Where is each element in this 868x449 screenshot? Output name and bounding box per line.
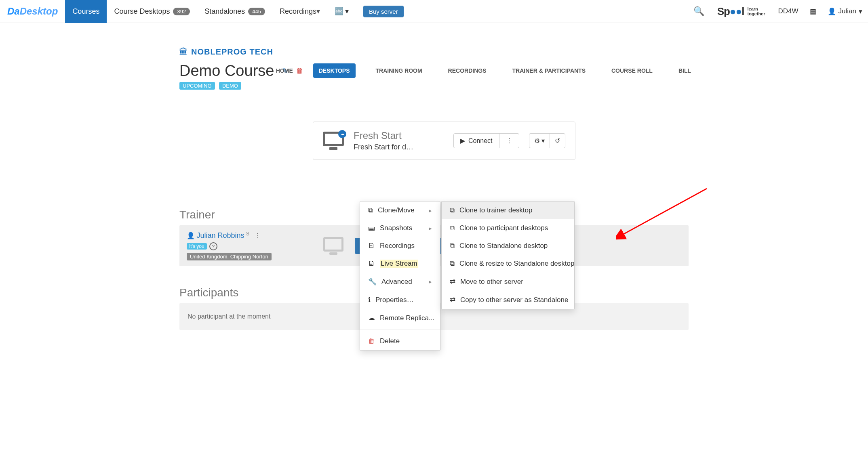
badge-course-desktops: 392 xyxy=(173,8,190,15)
tab-recordings[interactable]: RECORDINGS xyxy=(442,63,492,78)
menu-snapshots[interactable]: 🖴Snapshots▸ xyxy=(360,219,440,237)
trainer-more-button[interactable]: ⋮ xyxy=(255,232,261,239)
submenu-clone-resize[interactable]: ⧉Clone & resize to Standalone desktop xyxy=(442,255,574,273)
fresh-start-card: ☁ Fresh Start Fresh Start for d… ▶Connec… xyxy=(313,122,575,160)
nav-course-desktops[interactable]: Course Desktops392 xyxy=(107,0,197,23)
tab-trainer-participants[interactable]: TRAINER & PARTICIPANTS xyxy=(507,63,591,78)
tab-course-roll[interactable]: COURSE ROLL xyxy=(606,63,658,78)
submenu-clone-participant[interactable]: ⧉Clone to participant desktops xyxy=(442,219,574,237)
menu-clone-move[interactable]: ⧉Clone/Move▸ xyxy=(360,201,440,219)
wrench-icon: 🔧 xyxy=(368,277,377,286)
copy-icon: ⧉ xyxy=(368,206,373,214)
connect-button[interactable]: ▶Connect xyxy=(454,134,499,148)
trainer-location: United Kingdom, Chipping Norton xyxy=(187,253,272,260)
tab-bill[interactable]: BILL xyxy=(673,63,697,78)
gear-menu: ⧉Clone/Move▸ 🖴Snapshots▸ 🗎Recordings 🗎Li… xyxy=(360,201,440,350)
desktop-icon: ☁ xyxy=(323,132,344,150)
copy-icon: ⧉ xyxy=(450,260,455,268)
tab-desktops[interactable]: DESKTOPS xyxy=(313,63,356,78)
submenu-move-server[interactable]: ⇄Move to other server xyxy=(442,273,574,291)
menu-live-stream[interactable]: 🗎Live Stream xyxy=(360,255,440,273)
person-icon: 👤 xyxy=(187,232,195,239)
play-icon: ▶ xyxy=(460,137,465,145)
copy-icon: ⧉ xyxy=(450,206,455,214)
language-icon: 🔤 xyxy=(335,7,343,16)
connect-button-group: ▶Connect ⋮ xyxy=(453,133,519,148)
submenu-clone-standalone[interactable]: ⧉Clone to Standalone desktop xyxy=(442,237,574,255)
spool-logo[interactable]: Sp●●l learntogether xyxy=(710,5,773,18)
gear-button[interactable]: ⚙ ▾ xyxy=(529,134,550,148)
nav-language[interactable]: 🔤▾ xyxy=(327,0,356,23)
drive-icon: 🖴 xyxy=(368,224,375,232)
course-tabs: HOME DESKTOPS TRAINING ROOM RECORDINGS T… xyxy=(270,63,697,78)
tag-demo: DEMO xyxy=(219,82,241,90)
copy-icon: ⧉ xyxy=(450,242,455,250)
connect-more-button[interactable]: ⋮ xyxy=(499,134,519,148)
tag-upcoming: UPCOMING xyxy=(179,82,215,90)
its-you-badge: It's you xyxy=(187,243,207,250)
nav-buy-server[interactable]: Buy server xyxy=(356,0,411,23)
breadcrumb-org[interactable]: 🏛 NOBLEPROG TECH xyxy=(179,47,689,57)
badge-standalones: 445 xyxy=(248,8,265,15)
help-icon[interactable]: ? xyxy=(209,242,217,250)
nav-org[interactable]: DD4W xyxy=(773,7,804,15)
logo-part2: Desktop xyxy=(20,6,58,17)
trainer-desktop-icon xyxy=(318,237,349,255)
swap-icon: ⇄ xyxy=(450,296,455,304)
course-tags: UPCOMING DEMO xyxy=(179,82,689,89)
fresh-start-title: Fresh Start xyxy=(354,130,444,141)
file-icon: 🗎 xyxy=(368,242,375,250)
cloud-badge-icon: ☁ xyxy=(338,130,346,138)
history-icon: ↺ xyxy=(555,137,560,144)
clone-submenu: ⧉Clone to trainer desktop ⧉Clone to part… xyxy=(441,201,575,309)
search-icon[interactable]: 🔍 xyxy=(688,6,710,17)
submenu-copy-server[interactable]: ⇄Copy to other server as Standalone xyxy=(442,291,574,309)
submenu-clone-trainer[interactable]: ⧉Clone to trainer desktop xyxy=(442,201,574,219)
menu-recordings[interactable]: 🗎Recordings xyxy=(360,237,440,255)
nav-standalones[interactable]: Standalones445 xyxy=(197,0,272,23)
fresh-start-subtitle: Fresh Start for d… xyxy=(354,143,444,151)
gear-button-group: ⚙ ▾ ↺ xyxy=(529,133,565,148)
menu-properties[interactable]: ℹProperties… xyxy=(360,291,440,309)
user-icon: 👤 xyxy=(828,7,836,16)
history-button[interactable]: ↺ xyxy=(550,134,565,148)
tab-training-room[interactable]: TRAINING ROOM xyxy=(370,63,428,78)
bank-icon: 🏛 xyxy=(179,47,188,57)
copy-icon: ⧉ xyxy=(450,224,455,232)
menu-advanced[interactable]: 🔧Advanced▸ xyxy=(360,273,440,291)
nav-user-menu[interactable]: 👤Julian▾ xyxy=(822,7,868,16)
menu-delete[interactable]: 🗑Delete xyxy=(360,332,440,350)
swap-icon: ⇄ xyxy=(450,277,455,286)
menu-remote-replica[interactable]: ☁Remote Replica... xyxy=(360,309,440,327)
trainer-name[interactable]: Julian Robbins xyxy=(196,231,244,239)
nav-recordings[interactable]: Recordings xyxy=(272,0,327,23)
cloud-icon: ☁ xyxy=(368,314,375,322)
gear-icon: ⚙ xyxy=(534,137,540,144)
trash-icon: 🗑 xyxy=(368,337,375,345)
top-navbar: DaDesktop Courses Course Desktops392 Sta… xyxy=(0,0,868,23)
file-icon: 🗎 xyxy=(368,260,375,268)
nav-dashboard-icon[interactable]: ▤ xyxy=(804,7,822,16)
info-icon: ℹ xyxy=(368,296,371,304)
tab-home[interactable]: HOME xyxy=(270,63,299,78)
logo-part1: Da xyxy=(7,6,20,17)
nav-courses[interactable]: Courses xyxy=(65,0,107,23)
logo[interactable]: DaDesktop xyxy=(0,6,65,17)
trainer-sup: S xyxy=(246,231,249,237)
